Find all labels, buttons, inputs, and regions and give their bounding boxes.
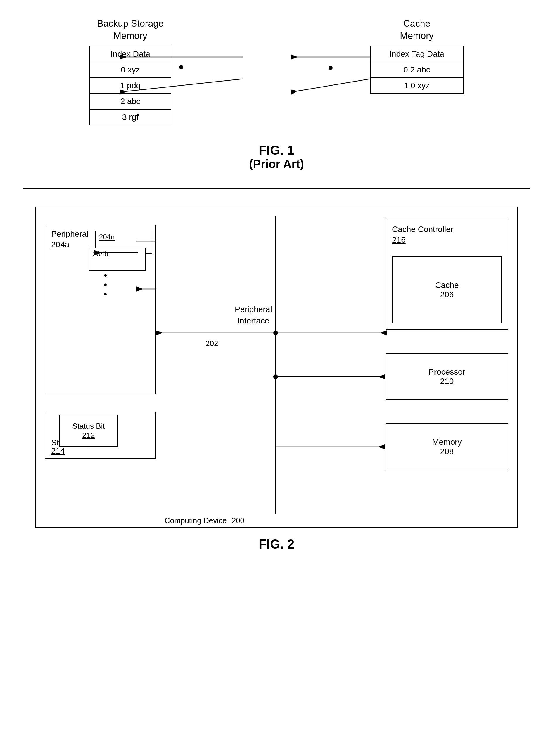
svg-line-8 bbox=[291, 79, 370, 92]
computing-device-label: Computing Device 200 bbox=[165, 516, 244, 525]
peripheral-outer-box: Peripheral 204a 204n 204b ••• bbox=[45, 225, 156, 394]
peripheral-204b-box: 204b bbox=[89, 248, 146, 271]
peripheral-dots: ••• bbox=[104, 271, 108, 299]
cache-row-1: 1 0 xyz bbox=[371, 78, 463, 93]
page: Backup Storage Memory Index Data 0 xyz 1… bbox=[0, 0, 553, 756]
svg-point-2 bbox=[179, 65, 183, 69]
processor-box: Processor 210 bbox=[386, 353, 508, 400]
fig2-outer: Peripheral 204a 204n 204b ••• Status Reg… bbox=[23, 206, 530, 552]
status-bit-num: 212 bbox=[82, 431, 95, 440]
status-register-num: 214 bbox=[51, 446, 65, 455]
fig1-container: Backup Storage Memory Index Data 0 xyz 1… bbox=[23, 17, 530, 171]
peripheral-num: 204a bbox=[51, 240, 69, 249]
fig1-cross-arrows bbox=[288, 41, 370, 123]
peripheral-204n-label: 204n bbox=[99, 233, 114, 241]
peripheral-204b-label: 204b bbox=[93, 250, 108, 258]
svg-point-18 bbox=[273, 331, 278, 335]
cache-controller-label: Cache Controller bbox=[392, 225, 453, 234]
cache-controller-box: Cache Controller 216 Cache 206 bbox=[386, 219, 508, 330]
fig2-caption: FIG. 2 bbox=[259, 537, 294, 552]
fig1-caption: FIG. 1 (Prior Art) bbox=[249, 143, 304, 171]
cache-inner-box: Cache 206 bbox=[392, 256, 502, 324]
cache-label: Cache bbox=[435, 280, 459, 290]
cache-table: Index Tag Data 0 2 abc 1 0 xyz bbox=[370, 46, 464, 94]
cache-controller-num: 216 bbox=[392, 235, 406, 245]
fig1-number: FIG. 1 bbox=[249, 143, 304, 158]
memory-label: Memory bbox=[432, 437, 462, 447]
processor-num: 210 bbox=[440, 377, 454, 386]
cache-memory-section: Cache Memory Index Tag Data 0 2 abc 1 0 … bbox=[370, 17, 464, 94]
peripheral-interface-label: Peripheral Interface bbox=[235, 304, 272, 326]
fig1-diagram: Backup Storage Memory Index Data 0 xyz 1… bbox=[23, 17, 530, 125]
cache-memory-title: Cache Memory bbox=[400, 17, 434, 42]
memory-num: 208 bbox=[440, 447, 454, 456]
peripheral-label: Peripheral bbox=[51, 229, 89, 239]
svg-point-24 bbox=[273, 374, 278, 379]
status-bit-box: Status Bit 212 bbox=[59, 415, 118, 447]
svg-text:202: 202 bbox=[206, 339, 218, 348]
cache-num: 206 bbox=[440, 290, 454, 299]
memory-box: Memory 208 bbox=[386, 423, 508, 470]
backup-storage-title: Backup Storage Memory bbox=[97, 17, 164, 42]
processor-label: Processor bbox=[428, 367, 465, 377]
status-bit-label: Status Bit bbox=[72, 422, 105, 431]
cache-header: Index Tag Data bbox=[371, 47, 463, 62]
fig1-subtitle: (Prior Art) bbox=[249, 158, 304, 171]
section-divider bbox=[23, 188, 530, 189]
fig2-number: FIG. 2 bbox=[259, 537, 294, 552]
svg-point-9 bbox=[328, 66, 333, 70]
cache-row-0: 0 2 abc bbox=[371, 62, 463, 78]
fig2-diagram: Peripheral 204a 204n 204b ••• Status Reg… bbox=[35, 206, 518, 528]
computing-device-num: 200 bbox=[232, 516, 244, 525]
